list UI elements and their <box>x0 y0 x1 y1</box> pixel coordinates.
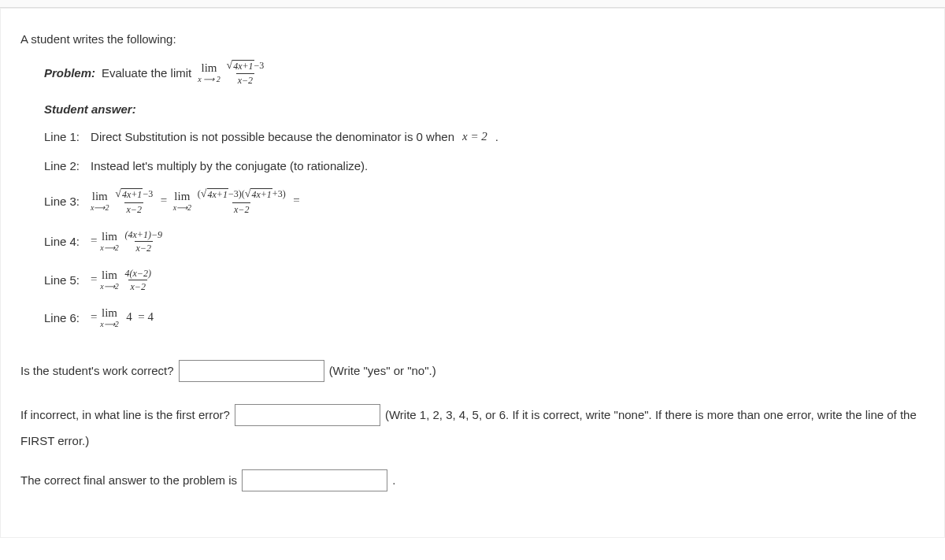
question-3: The correct final answer to the problem … <box>20 469 925 491</box>
sqrt-arg: 4x+1 <box>232 60 254 72</box>
line-2: Line 2: Instead let's multiply by the co… <box>44 159 925 172</box>
line-1-tail: . <box>495 130 498 143</box>
line-1-text: Direct Substitution is not possible beca… <box>91 130 454 143</box>
lim-subscript: x ⟶ 2 <box>198 76 220 83</box>
line-6-label: Line 6: <box>44 311 80 325</box>
line-5-label: Line 5: <box>44 273 80 287</box>
num-mid: +3 <box>272 188 283 199</box>
num-tail: −3 <box>143 188 153 199</box>
line-3-expression: lim x⟶2 √4x+1−3 x−2 = lim x⟶2 (√4x+1−3)(… <box>91 188 300 213</box>
lim-subscript: x⟶2 <box>100 321 118 328</box>
problem-statement: Problem: Evaluate the limit lim x ⟶ 2 √4… <box>44 60 925 85</box>
sqrt-arg: 4x+1 <box>121 188 143 200</box>
equals-sign: = <box>293 194 299 206</box>
lim-subscript: x⟶2 <box>91 204 109 212</box>
lim-symbol: lim <box>92 191 108 202</box>
line-6-expression: = lim x⟶2 4 = 4 <box>91 307 154 328</box>
lim-symbol: lim <box>174 191 190 202</box>
q2-answer-input[interactable] <box>235 404 380 426</box>
line-3-label: Line 3: <box>44 195 80 208</box>
question-2: If incorrect, in what line is the first … <box>20 404 925 426</box>
line-5: Line 5: = lim x⟶2 4(x−2) x−2 <box>44 269 925 291</box>
line-1: Line 1: Direct Substitution is not possi… <box>44 130 925 143</box>
frac-den: x−2 <box>236 73 254 85</box>
problem-label: Problem: <box>44 66 95 80</box>
document-body: A student writes the following: Problem:… <box>0 8 945 538</box>
line-4-expression: = lim x⟶2 (4x+1)−9 x−2 <box>91 230 164 253</box>
problem-limit-expression: lim x ⟶ 2 √4x+1−3 x−2 <box>198 60 265 85</box>
line-4: Line 4: = lim x⟶2 (4x+1)−9 x−2 <box>44 230 925 253</box>
line-5-expression: = lim x⟶2 4(x−2) x−2 <box>91 269 153 291</box>
line-1-eq: x = 2 <box>462 130 487 143</box>
intro-text: A student writes the following: <box>20 32 925 46</box>
student-answer-label: Student answer: <box>44 102 925 116</box>
q3-text: The correct final answer to the problem … <box>20 473 237 487</box>
sqrt-arg: 4x+1 <box>207 188 228 200</box>
line-3: Line 3: lim x⟶2 √4x+1−3 x−2 = lim x⟶2 (√… <box>44 188 925 213</box>
lim-subscript: x⟶2 <box>100 283 118 291</box>
q3-answer-input[interactable] <box>242 469 387 491</box>
frac-den: x−2 <box>124 202 143 214</box>
sqrt-arg: 4x+1 <box>250 188 272 200</box>
q2-tail: FIRST error.) <box>20 434 89 447</box>
question-2-tail: FIRST error.) <box>20 434 925 447</box>
q2-hint: (Write 1, 2, 3, 4, 5, or 6. If it is cor… <box>385 408 917 421</box>
line-1-label: Line 1: <box>44 130 80 143</box>
lim-symbol: lim <box>102 307 117 319</box>
question-1: Is the student's work correct? (Write "y… <box>20 360 925 382</box>
lim-subscript: x⟶2 <box>173 204 191 212</box>
frac-den: x−2 <box>135 241 153 253</box>
line-2-label: Line 2: <box>44 159 80 172</box>
lim-symbol: lim <box>102 269 117 281</box>
q1-text: Is the student's work correct? <box>20 364 174 377</box>
num-mid: −3 <box>228 188 239 199</box>
frac-den: x−2 <box>232 202 250 214</box>
equals-prefix: = <box>91 310 100 323</box>
q3-tail: . <box>392 473 395 487</box>
window-topbar <box>0 0 945 8</box>
frac-den: x−2 <box>128 280 146 291</box>
lim-symbol: lim <box>201 62 217 74</box>
equals-sign: = <box>161 194 167 206</box>
equals-prefix: = <box>91 234 100 247</box>
final-result: = 4 <box>138 310 154 323</box>
frac-num: 4(x−2) <box>123 269 152 280</box>
lim-subscript: x⟶2 <box>100 244 118 252</box>
problem-text: Evaluate the limit <box>102 66 191 80</box>
equals-prefix: = <box>91 273 100 285</box>
frac-num: (4x+1)−9 <box>123 230 164 241</box>
q1-answer-input[interactable] <box>179 360 324 382</box>
q1-hint: (Write "yes" or "no".) <box>329 364 436 377</box>
lim-value: 4 <box>126 310 132 323</box>
line-2-text: Instead let's multiply by the conjugate … <box>91 159 368 172</box>
line-4-label: Line 4: <box>44 235 80 248</box>
lim-symbol: lim <box>102 231 117 243</box>
line-6: Line 6: = lim x⟶2 4 = 4 <box>44 307 925 328</box>
q2-text: If incorrect, in what line is the first … <box>20 408 230 421</box>
num-tail: −3 <box>254 60 265 71</box>
